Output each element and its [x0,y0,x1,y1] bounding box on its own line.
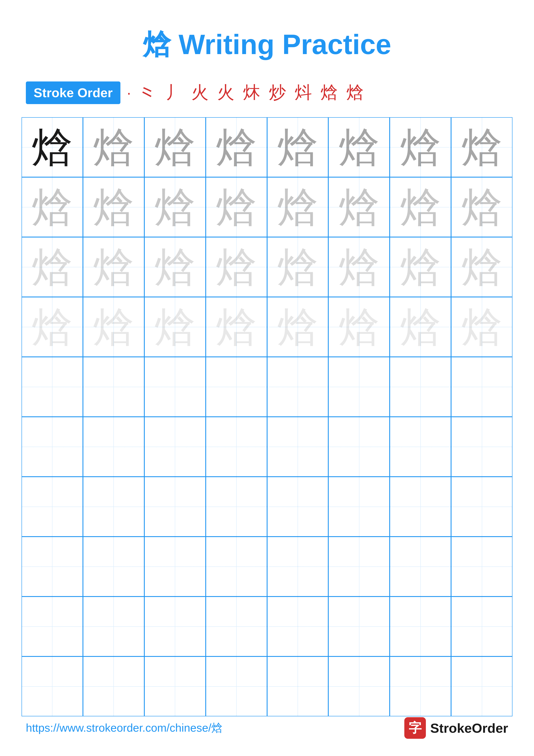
grid-cell-2-6[interactable]: 焓 [328,177,390,237]
footer: https://www.strokeorder.com/chinese/焓 字 … [0,717,534,739]
grid-cell-3-1[interactable]: 焓 [21,237,83,297]
grid-cell-2-3[interactable]: 焓 [144,177,206,237]
grid-cell-3-5[interactable]: 焓 [267,237,328,297]
grid-cell-3-3[interactable]: 焓 [144,237,206,297]
grid-cell-3-8[interactable]: 焓 [451,237,513,297]
grid-cell-7-8[interactable] [451,477,513,537]
grid-cell-2-2[interactable]: 焓 [83,177,144,237]
grid-cell-9-4[interactable] [206,597,267,657]
grid-cell-4-8[interactable]: 焓 [451,297,513,357]
grid-cell-10-4[interactable] [206,657,267,716]
grid-cell-2-5[interactable]: 焓 [267,177,328,237]
grid-cell-8-7[interactable] [390,537,451,597]
grid-cell-9-6[interactable] [328,597,390,657]
grid-cell-7-4[interactable] [206,477,267,537]
grid-cell-3-7[interactable]: 焓 [390,237,451,297]
grid-cell-3-2[interactable]: 焓 [83,237,144,297]
grid-cell-10-6[interactable] [328,657,390,716]
grid-cell-4-3[interactable]: 焓 [144,297,206,357]
grid-cell-4-7[interactable]: 焓 [390,297,451,357]
grid-cell-1-8[interactable]: 焓 [451,117,513,177]
char-display: 焓 [339,247,380,287]
grid-cell-9-7[interactable] [390,597,451,657]
footer-logo: 字 StrokeOrder [404,717,508,739]
char-display: 焓 [461,307,502,347]
char-display: 焓 [32,307,73,347]
grid-cell-5-1[interactable] [21,357,83,417]
grid-cell-8-2[interactable] [83,537,144,597]
grid-cell-1-7[interactable]: 焓 [390,117,451,177]
grid-cell-2-4[interactable]: 焓 [206,177,267,237]
grid-cell-4-1[interactable]: 焓 [21,297,83,357]
grid-cell-5-6[interactable] [328,357,390,417]
grid-cell-2-1[interactable]: 焓 [21,177,83,237]
grid-cell-4-2[interactable]: 焓 [83,297,144,357]
grid-cell-8-5[interactable] [267,537,328,597]
grid-cell-9-8[interactable] [451,597,513,657]
grid-cell-6-3[interactable] [144,417,206,477]
grid-cell-5-3[interactable] [144,357,206,417]
footer-url[interactable]: https://www.strokeorder.com/chinese/焓 [26,720,222,736]
grid-cell-9-3[interactable] [144,597,206,657]
grid-cell-10-7[interactable] [390,657,451,716]
grid-cell-1-1[interactable]: 焓 [21,117,83,177]
grid-cell-1-2[interactable]: 焓 [83,117,144,177]
char-display: 焓 [461,247,502,287]
stroke-sequence: · ⺀ 丿 火 火 炑 炒 炓 焓 焓 [127,81,368,104]
grid-cell-5-7[interactable] [390,357,451,417]
grid-cell-9-1[interactable] [21,597,83,657]
stroke-1: · [127,84,135,101]
grid-cell-8-4[interactable] [206,537,267,597]
grid-cell-6-6[interactable] [328,417,390,477]
grid-cell-4-5[interactable]: 焓 [267,297,328,357]
grid-cell-10-5[interactable] [267,657,328,716]
grid-cell-9-2[interactable] [83,597,144,657]
grid-cell-5-2[interactable] [83,357,144,417]
grid-cell-10-8[interactable] [451,657,513,716]
grid-cell-2-7[interactable]: 焓 [390,177,451,237]
char-display: 焓 [400,307,441,347]
grid-cell-10-3[interactable] [144,657,206,716]
grid-cell-6-4[interactable] [206,417,267,477]
char-display: 焓 [400,127,441,168]
grid-cell-8-3[interactable] [144,537,206,597]
grid-cell-8-6[interactable] [328,537,390,597]
grid-cell-3-4[interactable]: 焓 [206,237,267,297]
char-display: 焓 [93,127,134,168]
grid-cell-4-6[interactable]: 焓 [328,297,390,357]
grid-cell-1-6[interactable]: 焓 [328,117,390,177]
grid-cell-5-8[interactable] [451,357,513,417]
grid-cell-9-5[interactable] [267,597,328,657]
grid-row-2: 焓 焓 焓 焓 焓 焓 焓 焓 [21,177,513,237]
grid-cell-4-4[interactable]: 焓 [206,297,267,357]
grid-cell-10-2[interactable] [83,657,144,716]
grid-cell-6-2[interactable] [83,417,144,477]
stroke-10: 焓 [346,81,368,104]
grid-cell-6-5[interactable] [267,417,328,477]
grid-cell-7-5[interactable] [267,477,328,537]
grid-row-7 [21,477,513,537]
grid-cell-6-8[interactable] [451,417,513,477]
grid-cell-8-8[interactable] [451,537,513,597]
grid-cell-8-1[interactable] [21,537,83,597]
grid-cell-6-1[interactable] [21,417,83,477]
grid-cell-3-6[interactable]: 焓 [328,237,390,297]
char-display: 焓 [339,187,380,228]
grid-cell-6-7[interactable] [390,417,451,477]
grid-cell-2-8[interactable]: 焓 [451,177,513,237]
char-display: 焓 [93,307,134,347]
grid-cell-7-6[interactable] [328,477,390,537]
grid-cell-5-5[interactable] [267,357,328,417]
grid-cell-7-2[interactable] [83,477,144,537]
char-display: 焓 [32,187,73,228]
stroke-6: 炑 [243,81,265,104]
grid-cell-7-7[interactable] [390,477,451,537]
grid-cell-10-1[interactable] [21,657,83,716]
char-display: 焓 [154,127,195,168]
grid-cell-7-3[interactable] [144,477,206,537]
grid-cell-1-3[interactable]: 焓 [144,117,206,177]
grid-cell-1-4[interactable]: 焓 [206,117,267,177]
grid-cell-1-5[interactable]: 焓 [267,117,328,177]
grid-cell-5-4[interactable] [206,357,267,417]
grid-cell-7-1[interactable] [21,477,83,537]
